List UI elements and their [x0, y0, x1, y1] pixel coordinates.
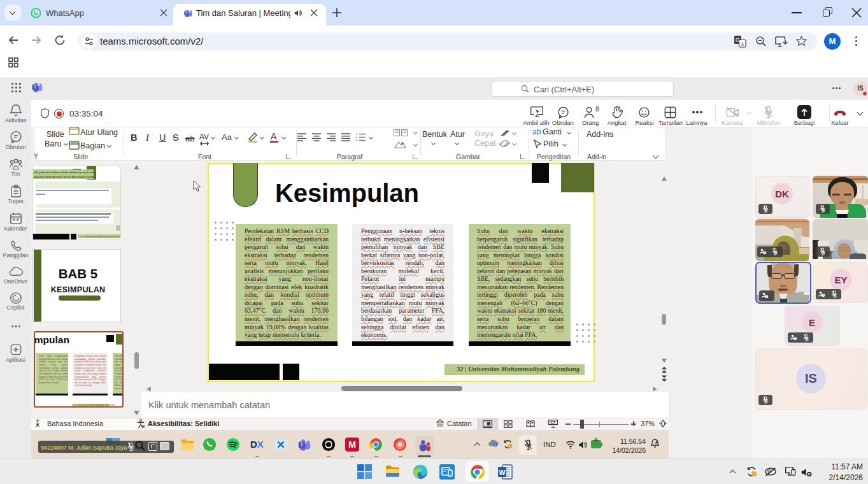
svg-text:W: W — [499, 469, 506, 476]
svg-text:?: ? — [822, 294, 824, 297]
svg-text:x: x — [741, 41, 744, 47]
svg-text:S: S — [35, 155, 38, 159]
svg-text:T: T — [34, 85, 37, 90]
svg-text:?: ? — [765, 295, 767, 298]
svg-text:T: T — [300, 442, 303, 448]
svg-text:T: T — [185, 11, 188, 15]
svg-text:?: ? — [764, 251, 765, 254]
svg-text:?: ? — [794, 337, 796, 340]
